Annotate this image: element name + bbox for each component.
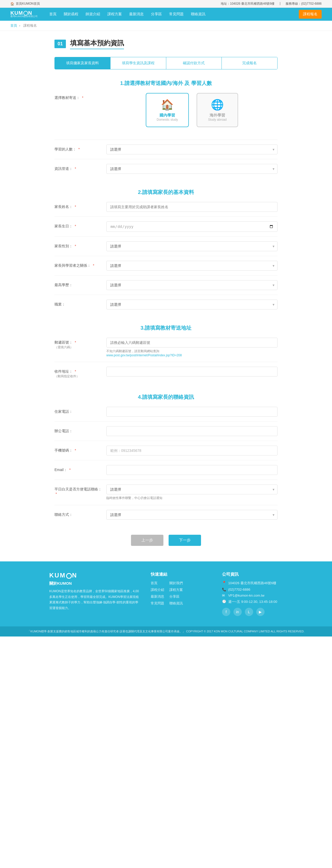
- breadcrumb-current: 課程報名: [23, 24, 37, 27]
- section-material: 1.請選擇教材寄送國內/海外 及 學習人數 選擇教材寄送： * 🏠 國內學習 D…: [54, 80, 278, 178]
- postal-code-link[interactable]: www.post.gov.tw/post/internet/Postal/ind…: [106, 353, 182, 357]
- tab-student-info[interactable]: 填寫學生資訊及課程: [110, 57, 166, 69]
- footer-bottom: 「KUMON標準·創業支援費的銷售地區城市權利的責藉公力有責任研究者·該署也謙關…: [0, 626, 332, 637]
- footer-hours: 週一~五 9:00-12:30, 13:45-18:00: [228, 599, 277, 604]
- footer-grid: KUMN 關於KUMON KUMON是世界知名的教育品牌，全世界50個國家地區推…: [49, 572, 283, 616]
- address-row: 收件地址： * （郵局指定收件）: [54, 367, 278, 383]
- office-phone-control: [106, 426, 278, 436]
- info-channel-control: 請選擇: [106, 164, 278, 174]
- footer-link-plans[interactable]: 課程方案: [169, 588, 183, 592]
- footer-link-course-intro[interactable]: 課程介紹: [151, 588, 164, 592]
- nav-course[interactable]: 課程方案: [104, 8, 126, 21]
- learner-count-control: 請選擇: [106, 145, 278, 154]
- footer-link-about[interactable]: 關於我們: [169, 581, 183, 586]
- nav-about[interactable]: 關於函程: [60, 8, 82, 21]
- contact-time-select[interactable]: 請選擇: [106, 485, 278, 494]
- office-phone-row: 辦公電話：: [54, 426, 278, 441]
- footer-logo: KUMN: [49, 572, 140, 579]
- parent-name-label: 家長姓名： *: [54, 202, 106, 209]
- education-select[interactable]: 請選擇: [106, 280, 278, 290]
- youtube-icon[interactable]: ▶: [256, 608, 265, 616]
- breadcrumb: 首頁 › 課程報名: [0, 21, 332, 31]
- footer-link-faq[interactable]: 常見問題: [151, 601, 164, 606]
- email-input[interactable]: [106, 465, 278, 475]
- phone-icon: 📞: [222, 588, 226, 591]
- next-button[interactable]: 下一步: [169, 535, 201, 546]
- page-title: 填寫基本預約資訊: [70, 39, 124, 49]
- office-phone-input[interactable]: [106, 426, 278, 436]
- contact-time-note: 臨時效性事件聯繫，中心仍會以電話通知: [106, 496, 278, 500]
- breadcrumb-home[interactable]: 首頁: [10, 24, 17, 27]
- abroad-icon: 🌐: [208, 99, 227, 111]
- home-icon: 🏠: [10, 2, 14, 6]
- postal-code-row: 郵遞區號： * （需填六碼） 不知六碼郵遞區號，請至郵局網站查詢 www.pos…: [54, 338, 278, 362]
- domestic-option[interactable]: 🏠 國內學習 Domestic study: [146, 93, 189, 127]
- parent-gender-control: 請選擇: [106, 241, 278, 251]
- mobile-input[interactable]: [106, 446, 278, 456]
- nav-teacher[interactable]: 師資介紹: [82, 8, 104, 21]
- contact-time-row: 平日白天是否方便電話聯絡： * 請選擇 臨時效性事件聯繫，中心仍會以電話通知: [54, 485, 278, 505]
- learner-count-select[interactable]: 請選擇: [106, 145, 278, 154]
- parent-gender-row: 家長性別： * 請選擇: [54, 241, 278, 256]
- parent-dob-input[interactable]: [106, 221, 278, 232]
- footer-social: f in L ▶: [222, 608, 283, 616]
- parent-dob-label: 家長生日： *: [54, 221, 106, 229]
- home-phone-input[interactable]: [106, 407, 278, 417]
- nav-news[interactable]: 最新消息: [126, 8, 147, 21]
- learner-count-select-wrap: 請選擇: [106, 145, 278, 154]
- info-channel-select[interactable]: 請選擇: [106, 164, 278, 174]
- facebook-icon[interactable]: f: [222, 608, 230, 616]
- footer-link-home[interactable]: 首頁: [151, 581, 164, 586]
- nav-share[interactable]: 分享區: [147, 8, 165, 21]
- nav-home[interactable]: 首頁: [46, 8, 60, 21]
- prev-button[interactable]: 上一步: [131, 535, 163, 546]
- domestic-icon: 🏠: [157, 99, 178, 111]
- occupation-label: 職業：: [54, 300, 106, 307]
- page-step-header: 01 填寫基本預約資訊: [54, 39, 278, 49]
- tab-payment[interactable]: 確認付款方式: [166, 57, 222, 69]
- occupation-select[interactable]: 請選擇: [106, 300, 278, 309]
- top-bar: 🏠 首頁KUMON首頁 地址：104026 臺北市民權西路46號6樓 | 服務專…: [0, 0, 332, 8]
- mobile-label: 手機號碼： *: [54, 446, 106, 453]
- domestic-sublabel: Domestic study: [157, 118, 178, 121]
- parent-relation-control: 請選擇: [106, 261, 278, 271]
- email-label: Email： *: [54, 465, 106, 472]
- parent-gender-select[interactable]: 請選擇: [106, 241, 278, 251]
- nav-contact[interactable]: 聯絡資訊: [187, 8, 209, 21]
- instagram-icon[interactable]: in: [233, 608, 242, 616]
- nav-faq[interactable]: 常見問題: [165, 8, 187, 21]
- material-selection-row: 選擇教材寄送： * 🏠 國內學習 Domestic study 🌐 海外學習 S…: [54, 93, 278, 140]
- footer-links: 首頁 課程介紹 最新消息 常見問題 關於我們 課程方案 分享區 聯絡資訊: [151, 581, 212, 606]
- tab-parent-info[interactable]: 填寫傭家及家長資料: [55, 57, 110, 69]
- location-icon: 📍: [222, 581, 226, 585]
- footer-link-contact[interactable]: 聯絡資訊: [169, 601, 183, 606]
- footer-link-share[interactable]: 分享區: [169, 594, 183, 599]
- mobile-row: 手機號碼： *: [54, 446, 278, 460]
- tab-complete[interactable]: 完成報名: [222, 57, 277, 69]
- line-icon[interactable]: L: [245, 608, 253, 616]
- address-input[interactable]: [106, 367, 278, 376]
- parent-name-input[interactable]: [106, 202, 278, 212]
- contact-method-select[interactable]: 請選擇: [106, 510, 278, 520]
- home-phone-row: 住家電話：: [54, 407, 278, 422]
- main-content: 01 填寫基本預約資訊 填寫傭家及家長資料 填寫學生資訊及課程 確認付款方式 完…: [49, 31, 283, 561]
- info-channel-select-wrap: 請選擇: [106, 164, 278, 174]
- footer-link-news[interactable]: 最新消息: [151, 594, 164, 599]
- section3-title: 3.請填寫教材寄送地址: [54, 324, 278, 332]
- section-address: 3.請填寫教材寄送地址 郵遞區號： * （需填六碼） 不知六碼郵遞區號，請至郵局…: [54, 324, 278, 383]
- footer-phone: (02)7702-6886: [228, 588, 250, 591]
- contact-method-row: 聯絡方式： 請選擇: [54, 510, 278, 524]
- top-bar-home[interactable]: 🏠 首頁KUMON首頁: [10, 2, 40, 6]
- postal-code-control: 不知六碼郵遞區號，請至郵局網站查詢 www.post.gov.tw/post/i…: [106, 338, 278, 357]
- abroad-option[interactable]: 🌐 海外學習 Study abroad: [197, 93, 238, 127]
- footer-company-info: 公司資訊 📍 104026 臺北市民權西路46號6樓 📞 (02)7702-68…: [222, 572, 283, 616]
- info-channel-row: 資訊管道： * 請選擇: [54, 164, 278, 178]
- postal-code-note: （需填六碼）: [54, 345, 73, 349]
- footer-logo-circle: [66, 573, 72, 579]
- info-channel-label: 資訊管道： *: [54, 164, 106, 171]
- nav-logo[interactable]: KUMN 臺灣KUMON股份有限公司: [10, 10, 38, 18]
- parent-relation-select[interactable]: 請選擇: [106, 261, 278, 271]
- postal-code-input[interactable]: [106, 338, 278, 347]
- footer: KUMN 關於KUMON KUMON是世界知名的教育品牌，全世界50個國家地區推…: [0, 561, 332, 626]
- nav-register-button[interactable]: 課程報名: [299, 10, 322, 19]
